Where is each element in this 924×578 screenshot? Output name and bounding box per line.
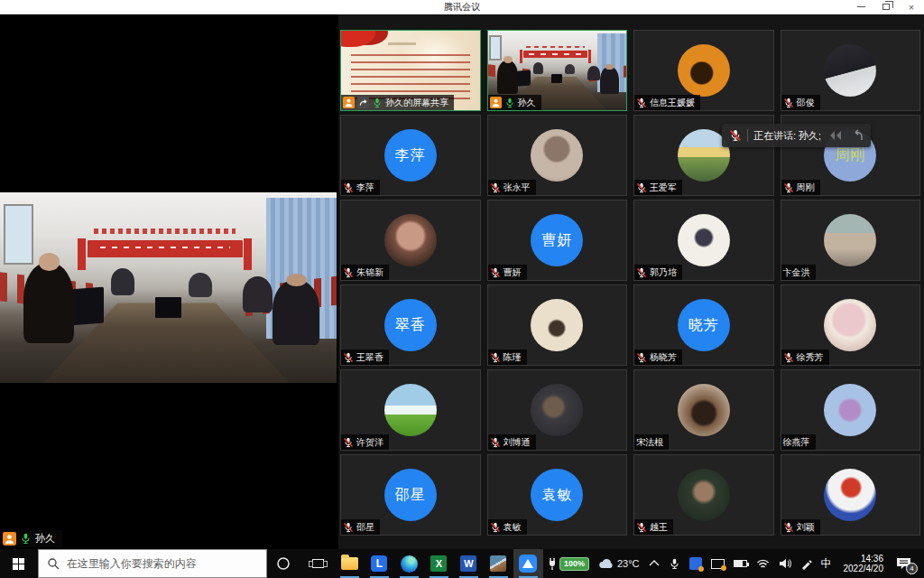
participant-tile[interactable]: 刘颖 bbox=[781, 454, 921, 536]
tray-overflow-button[interactable] bbox=[644, 549, 664, 578]
task-view-button[interactable] bbox=[300, 549, 335, 578]
start-icon bbox=[13, 558, 24, 570]
volume-icon bbox=[779, 558, 791, 569]
participant-tile[interactable]: 信息王媛媛 bbox=[633, 30, 774, 111]
minimize-button[interactable] bbox=[848, 0, 873, 14]
title-bar: 腾讯会议 × bbox=[0, 0, 924, 14]
search-input[interactable] bbox=[67, 557, 258, 570]
weather-icon bbox=[598, 558, 614, 569]
notification-badge: 4 bbox=[906, 563, 918, 574]
taskbar-search[interactable] bbox=[38, 549, 267, 578]
browser-l-icon[interactable]: L bbox=[365, 549, 394, 578]
avatar: 晓芳 bbox=[678, 299, 730, 351]
clock-time: 14:36 bbox=[861, 554, 883, 564]
restore-button[interactable] bbox=[873, 0, 899, 14]
tray-battery[interactable] bbox=[729, 549, 752, 578]
participant-tile[interactable]: 邵星 邵星 bbox=[340, 454, 481, 536]
participant-tile[interactable]: 袁敏 袁敏 bbox=[487, 454, 628, 536]
mic-icon bbox=[636, 352, 647, 363]
person-icon bbox=[3, 532, 16, 545]
participant-grid: 孙久的屏幕共享 孙久 信 bbox=[338, 14, 924, 549]
clock-date: 2022/4/20 bbox=[844, 564, 884, 573]
participant-tile[interactable]: 越王 bbox=[633, 454, 774, 536]
avatar bbox=[824, 44, 876, 97]
qq-tray-icon bbox=[689, 557, 702, 570]
participant-tile[interactable]: 邵俊 bbox=[781, 30, 921, 111]
edge-icon[interactable] bbox=[394, 549, 424, 578]
participant-tile[interactable]: 陈瑾 bbox=[487, 284, 628, 366]
participant-name: 郭乃培 bbox=[650, 266, 677, 279]
tray-cast[interactable] bbox=[707, 549, 729, 578]
tray-pen[interactable] bbox=[796, 549, 817, 578]
avatar: 曹妍 bbox=[531, 214, 583, 266]
file-explorer-icon[interactable] bbox=[335, 549, 365, 578]
notification-center-button[interactable]: 4 bbox=[891, 549, 922, 578]
toast-reply-icon[interactable] bbox=[850, 129, 864, 142]
tray-network[interactable] bbox=[752, 549, 774, 578]
avatar bbox=[531, 299, 583, 351]
tile-label: 郭乃培 bbox=[634, 265, 682, 280]
tile-label: 信息王媛媛 bbox=[634, 95, 700, 110]
toast-divider bbox=[747, 129, 748, 142]
participant-tile[interactable]: 许贺洋 bbox=[340, 369, 481, 451]
tray-volume[interactable] bbox=[774, 549, 796, 578]
participant-tile[interactable]: 晓芳 杨晓芳 bbox=[633, 284, 774, 366]
battery-icon bbox=[734, 560, 747, 567]
participant-name: 杨晓芳 bbox=[650, 351, 677, 364]
weather-widget[interactable]: 23°C bbox=[594, 549, 644, 578]
speaking-toast-text: 正在讲话: 孙久; bbox=[753, 129, 821, 143]
main-video[interactable] bbox=[0, 192, 337, 383]
participant-tile[interactable]: 张永平 bbox=[487, 115, 628, 196]
tile-label: 卞金洪 bbox=[781, 265, 816, 280]
screen-share-icon bbox=[357, 97, 369, 108]
battery-status[interactable]: 100% bbox=[543, 549, 594, 578]
participant-tile[interactable]: 宋法根 bbox=[633, 369, 774, 451]
word-icon[interactable]: W bbox=[454, 549, 484, 578]
avatar bbox=[678, 214, 730, 266]
speaking-toast: 正在讲话: 孙久; bbox=[722, 124, 871, 147]
start-button[interactable] bbox=[0, 549, 38, 578]
participant-tile[interactable]: 刘博通 bbox=[487, 369, 628, 451]
mic-icon bbox=[783, 182, 794, 193]
window-controls: × bbox=[848, 0, 924, 14]
toast-prev-icon[interactable] bbox=[827, 129, 845, 142]
tile-label: 刘颖 bbox=[781, 519, 820, 535]
mic-icon bbox=[343, 182, 354, 193]
participant-tile[interactable]: 翠香 王翠香 bbox=[340, 284, 481, 366]
participant-tile[interactable]: 曹妍 曹妍 bbox=[487, 200, 628, 281]
close-button[interactable]: × bbox=[899, 0, 924, 14]
avatar bbox=[384, 214, 437, 266]
cortana-button[interactable] bbox=[267, 549, 301, 578]
participant-tile[interactable]: 徐秀芳 bbox=[781, 284, 921, 366]
participant-tile[interactable]: 郭乃培 bbox=[633, 200, 774, 281]
participant-name: 王翠香 bbox=[356, 351, 383, 364]
participant-tile[interactable]: 李萍 李萍 bbox=[340, 115, 481, 196]
tile-label: 宋法根 bbox=[634, 434, 669, 450]
participant-tile[interactable]: 孙久的屏幕共享 bbox=[340, 30, 481, 111]
ime-indicator[interactable]: 中 bbox=[817, 549, 836, 578]
participant-name: 信息王媛媛 bbox=[650, 97, 695, 109]
participant-tile[interactable]: 孙久 bbox=[487, 30, 628, 111]
tile-label: 孙久的屏幕共享 bbox=[341, 95, 454, 110]
tray-microphone[interactable] bbox=[664, 549, 685, 578]
meeting-icon[interactable] bbox=[513, 549, 543, 578]
participant-tile[interactable]: 卞金洪 bbox=[781, 200, 921, 281]
avatar bbox=[824, 299, 876, 351]
tile-label: 刘博通 bbox=[488, 434, 536, 450]
tencent-meeting-window: 腾讯会议 × 孙久 bbox=[0, 0, 924, 578]
person-icon bbox=[343, 97, 355, 108]
excel-icon[interactable]: X bbox=[424, 549, 454, 578]
participant-tile[interactable]: 徐燕萍 bbox=[781, 369, 921, 451]
taskbar-clock[interactable]: 14:36 2022/4/20 bbox=[836, 554, 892, 573]
tile-label: 袁敏 bbox=[488, 519, 527, 535]
participant-tile[interactable]: 朱锦新 bbox=[340, 200, 481, 281]
avatar: 翠香 bbox=[384, 299, 437, 351]
avatar bbox=[678, 469, 730, 521]
participant-name: 徐燕萍 bbox=[783, 436, 810, 449]
mic-icon bbox=[372, 98, 383, 108]
mic-icon bbox=[490, 522, 501, 533]
photos-icon[interactable] bbox=[484, 549, 513, 578]
tile-label: 王翠香 bbox=[341, 350, 389, 365]
tray-qq[interactable] bbox=[685, 549, 707, 578]
mic-icon bbox=[504, 98, 515, 108]
